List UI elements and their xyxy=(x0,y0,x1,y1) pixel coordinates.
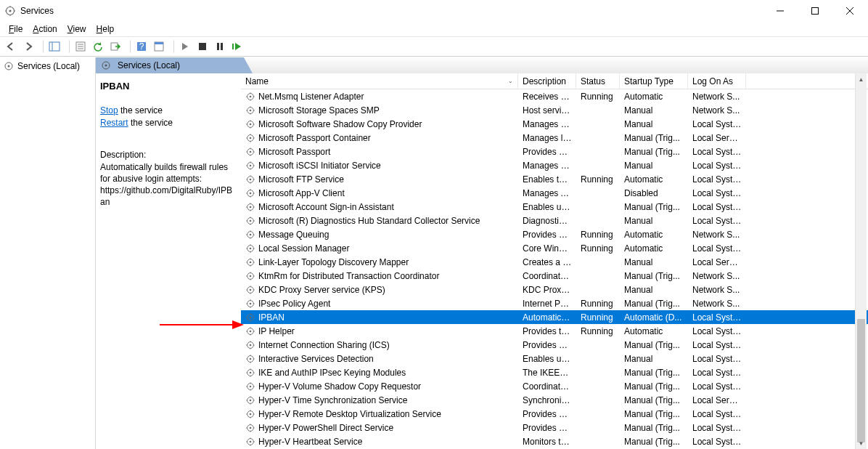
close-button[interactable] xyxy=(839,4,861,18)
service-row[interactable]: Microsoft (R) Diagnostics Hub Standard C… xyxy=(241,214,868,227)
service-description: Enables this... xyxy=(518,174,576,185)
service-row[interactable]: Message QueuingProvides a ...RunningAuto… xyxy=(241,227,868,241)
scroll-down-button[interactable]: ▼ xyxy=(856,437,867,449)
refresh-button[interactable] xyxy=(90,39,106,54)
service-row[interactable]: Link-Layer Topology Discovery MapperCrea… xyxy=(241,255,868,269)
service-row[interactable]: Microsoft Passport ContainerManages lo..… xyxy=(241,131,868,145)
service-row[interactable]: Microsoft iSCSI Initiator ServiceManages… xyxy=(241,158,868,172)
service-status: Running xyxy=(576,92,620,102)
service-name: Hyper-V PowerShell Direct Service xyxy=(258,423,393,433)
service-row[interactable]: Hyper-V Volume Shadow Copy RequestorCoor… xyxy=(241,379,868,393)
column-header-logon[interactable]: Log On As xyxy=(688,73,746,89)
service-row[interactable]: IKE and AuthIP IPsec Keying ModulesThe I… xyxy=(241,365,868,379)
service-logon: Local Syste... xyxy=(688,216,746,226)
service-logon: Local Syste... xyxy=(688,188,746,198)
svg-point-156 xyxy=(250,385,252,387)
service-logon: Local Service xyxy=(688,133,746,143)
service-row[interactable]: Net.Msmq Listener AdapterReceives act...… xyxy=(241,89,868,103)
svg-point-102 xyxy=(250,261,252,263)
gear-icon xyxy=(245,105,255,116)
svg-point-108 xyxy=(250,275,252,277)
service-row[interactable]: IPBANAutomatica...RunningAutomatic (D...… xyxy=(241,310,868,324)
svg-rect-10 xyxy=(49,42,60,51)
service-name: IP Helper xyxy=(258,326,295,336)
minimize-button[interactable] xyxy=(769,4,791,18)
service-startup: Automatic xyxy=(620,174,688,185)
service-description: Provides pr... xyxy=(518,147,576,157)
service-row[interactable]: Microsoft PassportProvides pr...Manual (… xyxy=(241,145,868,158)
svg-point-90 xyxy=(250,233,252,235)
pause-service-button[interactable] xyxy=(212,39,228,54)
service-row[interactable]: Hyper-V Heartbeat ServiceMonitors th...M… xyxy=(241,434,868,448)
service-row[interactable]: IPsec Policy AgentInternet Pro...Running… xyxy=(241,296,868,310)
service-startup: Automatic xyxy=(620,326,688,336)
service-row[interactable]: Microsoft Account Sign-in AssistantEnabl… xyxy=(241,200,868,214)
service-status: Running xyxy=(576,299,620,309)
service-row[interactable]: KDC Proxy Server service (KPS)KDC Proxy … xyxy=(241,283,868,296)
column-header-description[interactable]: Description xyxy=(518,73,576,89)
properties-button[interactable] xyxy=(73,39,89,54)
stop-service-button[interactable] xyxy=(195,39,210,54)
menu-file[interactable]: File xyxy=(4,23,27,36)
svg-point-174 xyxy=(250,426,252,429)
maximize-button[interactable] xyxy=(804,4,826,18)
service-row[interactable]: Hyper-V Remote Desktop Virtualization Se… xyxy=(241,407,868,421)
show-hide-tree-button[interactable] xyxy=(46,39,62,54)
column-header-status[interactable]: Status xyxy=(576,73,620,89)
service-row[interactable]: Microsoft App-V ClientManages A...Disabl… xyxy=(241,186,868,200)
list-header: Name⌄ Description Status Startup Type Lo… xyxy=(241,73,868,89)
service-name: Hyper-V Remote Desktop Virtualization Se… xyxy=(258,409,441,419)
service-startup: Manual xyxy=(620,105,688,116)
column-header-startup[interactable]: Startup Type xyxy=(620,73,688,89)
service-description: Provides tu... xyxy=(518,326,576,336)
service-name: Microsoft Account Sign-in Assistant xyxy=(258,202,394,212)
tree-root-services-local[interactable]: Services (Local) xyxy=(0,59,95,73)
service-startup: Automatic xyxy=(620,92,688,102)
service-row[interactable]: Hyper-V Time Synchronization ServiceSync… xyxy=(241,393,868,407)
service-row[interactable]: IP HelperProvides tu...RunningAutomaticL… xyxy=(241,324,868,338)
stop-service-link[interactable]: Stop xyxy=(100,105,118,116)
gear-icon xyxy=(245,409,255,419)
forward-button[interactable] xyxy=(20,39,36,54)
menu-action[interactable]: Action xyxy=(28,23,61,36)
service-description: Manages A... xyxy=(518,188,576,198)
service-status: Running xyxy=(576,312,620,323)
service-name: Microsoft Software Shadow Copy Provider xyxy=(258,119,422,129)
service-name: Message Queuing xyxy=(258,230,329,240)
start-service-button[interactable] xyxy=(177,39,193,54)
service-name: Microsoft iSCSI Initiator Service xyxy=(258,161,381,171)
service-startup: Manual (Trig... xyxy=(620,368,688,378)
scroll-thumb[interactable] xyxy=(857,319,865,442)
service-row[interactable]: Microsoft Software Shadow Copy ProviderM… xyxy=(241,117,868,131)
service-logon: Local Syste... xyxy=(688,202,746,212)
console-tree: Services (Local) xyxy=(0,57,96,449)
column-header-name[interactable]: Name⌄ xyxy=(241,73,518,89)
service-row[interactable]: Microsoft Storage Spaces SMPHost service… xyxy=(241,103,868,117)
menu-view[interactable]: View xyxy=(63,23,91,36)
restart-service-link[interactable]: Restart xyxy=(100,118,128,128)
service-row[interactable]: Microsoft FTP ServiceEnables this...Runn… xyxy=(241,172,868,186)
svg-point-132 xyxy=(250,330,252,332)
svg-rect-20 xyxy=(155,42,163,44)
service-row[interactable]: Interactive Services DetectionEnables us… xyxy=(241,352,868,365)
help-button[interactable]: ? xyxy=(134,39,150,54)
properties-icon[interactable] xyxy=(151,39,167,54)
service-row[interactable]: Internet Connection Sharing (ICS)Provide… xyxy=(241,338,868,352)
svg-point-84 xyxy=(250,219,252,222)
service-row[interactable]: Local Session ManagerCore Windo...Runnin… xyxy=(241,241,868,255)
scroll-up-button[interactable]: ▲ xyxy=(856,73,867,85)
svg-rect-7 xyxy=(812,8,819,15)
export-button[interactable] xyxy=(107,39,123,54)
vertical-scrollbar[interactable]: ▲ ▼ xyxy=(855,73,867,449)
service-name: KDC Proxy Server service (KPS) xyxy=(258,285,385,295)
service-row[interactable]: Hyper-V PowerShell Direct ServiceProvide… xyxy=(241,421,868,434)
service-description: Internet Pro... xyxy=(518,299,576,309)
back-button[interactable] xyxy=(3,39,19,54)
menu-help[interactable]: Help xyxy=(92,23,119,36)
service-row[interactable]: KtmRm for Distributed Transaction Coordi… xyxy=(241,269,868,283)
right-pane: Services (Local) IPBAN Stop the service … xyxy=(96,57,868,449)
service-name: Net.Msmq Listener Adapter xyxy=(258,92,364,102)
toolbar: ? xyxy=(0,36,868,57)
restart-service-button[interactable] xyxy=(229,39,245,54)
annotation-arrow-icon xyxy=(160,317,247,332)
